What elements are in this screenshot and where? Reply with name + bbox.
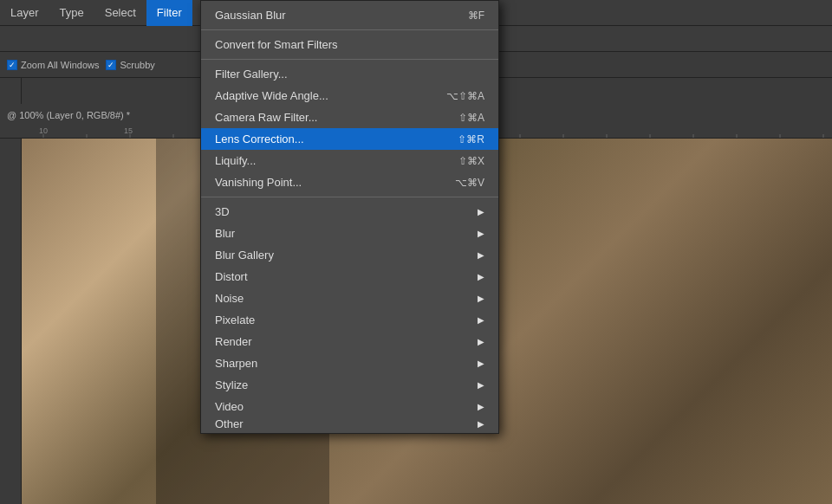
filter-menu-sharpen[interactable]: Sharpen ▶ (201, 352, 498, 374)
filter-video-label: Video (215, 400, 244, 413)
filter-menu-blur[interactable]: Blur ▶ (201, 223, 498, 244)
filter-menu-blur-gallery[interactable]: Blur Gallery ▶ (201, 244, 498, 266)
filter-gaussian-blur-shortcut: ⌘F (468, 10, 484, 22)
filter-other-arrow: ▶ (478, 419, 484, 429)
filter-menu-other[interactable]: Other ▶ (201, 417, 498, 430)
filter-vanishing-point-shortcut: ⌥⌘V (455, 177, 484, 189)
filter-dropdown-menu: Gaussian Blur ⌘F Convert for Smart Filte… (200, 0, 499, 434)
filter-other-label: Other (215, 417, 244, 430)
filter-menu-3d[interactable]: 3D ▶ (201, 201, 498, 223)
filter-noise-arrow: ▶ (478, 294, 484, 303)
filter-gaussian-blur-label: Gaussian Blur (215, 9, 286, 22)
filter-convert-smart-filters-label: Convert for Smart Filters (215, 38, 338, 51)
separator-1 (201, 29, 498, 30)
filter-lens-correction-shortcut: ⇧⌘R (458, 133, 484, 145)
separator-2 (201, 59, 498, 60)
filter-sharpen-label: Sharpen (215, 357, 257, 370)
dropdown-overlay: Gaussian Blur ⌘F Convert for Smart Filte… (0, 0, 832, 504)
filter-menu-render[interactable]: Render ▶ (201, 331, 498, 352)
filter-menu-lens-correction[interactable]: Lens Correction... ⇧⌘R (201, 128, 498, 150)
filter-menu-convert-smart-filters[interactable]: Convert for Smart Filters (201, 34, 498, 55)
filter-gallery-label: Filter Gallery... (215, 68, 288, 81)
filter-pixelate-arrow: ▶ (478, 315, 484, 325)
filter-blur-label: Blur (215, 227, 235, 240)
filter-blur-arrow: ▶ (478, 229, 484, 238)
filter-distort-arrow: ▶ (478, 272, 484, 281)
filter-liquify-shortcut: ⇧⌘X (458, 155, 484, 167)
filter-3d-label: 3D (215, 205, 230, 218)
filter-vanishing-point-label: Vanishing Point... (215, 176, 302, 189)
filter-lens-correction-label: Lens Correction... (215, 132, 304, 145)
filter-menu-vanishing-point[interactable]: Vanishing Point... ⌥⌘V (201, 171, 498, 193)
filter-menu-stylize[interactable]: Stylize ▶ (201, 374, 498, 396)
filter-stylize-arrow: ▶ (478, 380, 484, 390)
filter-adaptive-wide-shortcut: ⌥⇧⌘A (446, 90, 484, 102)
filter-distort-label: Distort (215, 270, 248, 283)
filter-sharpen-arrow: ▶ (478, 359, 484, 368)
filter-stylize-label: Stylize (215, 378, 248, 391)
filter-menu-pixelate[interactable]: Pixelate ▶ (201, 309, 498, 331)
filter-menu-noise[interactable]: Noise ▶ (201, 288, 498, 309)
filter-noise-label: Noise (215, 292, 244, 305)
filter-camera-raw-label: Camera Raw Filter... (215, 111, 317, 124)
filter-pixelate-label: Pixelate (215, 313, 255, 326)
filter-camera-raw-shortcut: ⇧⌘A (458, 112, 484, 124)
filter-menu-liquify[interactable]: Liquify... ⇧⌘X (201, 150, 498, 171)
filter-liquify-label: Liquify... (215, 154, 256, 167)
filter-menu-distort[interactable]: Distort ▶ (201, 266, 498, 288)
filter-video-arrow: ▶ (478, 402, 484, 411)
filter-menu-adaptive-wide-angle[interactable]: Adaptive Wide Angle... ⌥⇧⌘A (201, 85, 498, 107)
filter-menu-video[interactable]: Video ▶ (201, 396, 498, 417)
filter-blur-gallery-label: Blur Gallery (215, 249, 274, 262)
filter-menu-camera-raw[interactable]: Camera Raw Filter... ⇧⌘A (201, 107, 498, 128)
filter-menu-filter-gallery[interactable]: Filter Gallery... (201, 63, 498, 85)
filter-render-arrow: ▶ (478, 337, 484, 346)
filter-blur-gallery-arrow: ▶ (478, 250, 484, 260)
separator-3 (201, 197, 498, 197)
filter-menu-gaussian-blur[interactable]: Gaussian Blur ⌘F (201, 4, 498, 26)
filter-adaptive-wide-label: Adaptive Wide Angle... (215, 89, 328, 102)
filter-render-label: Render (215, 335, 252, 348)
filter-3d-arrow: ▶ (478, 207, 484, 216)
